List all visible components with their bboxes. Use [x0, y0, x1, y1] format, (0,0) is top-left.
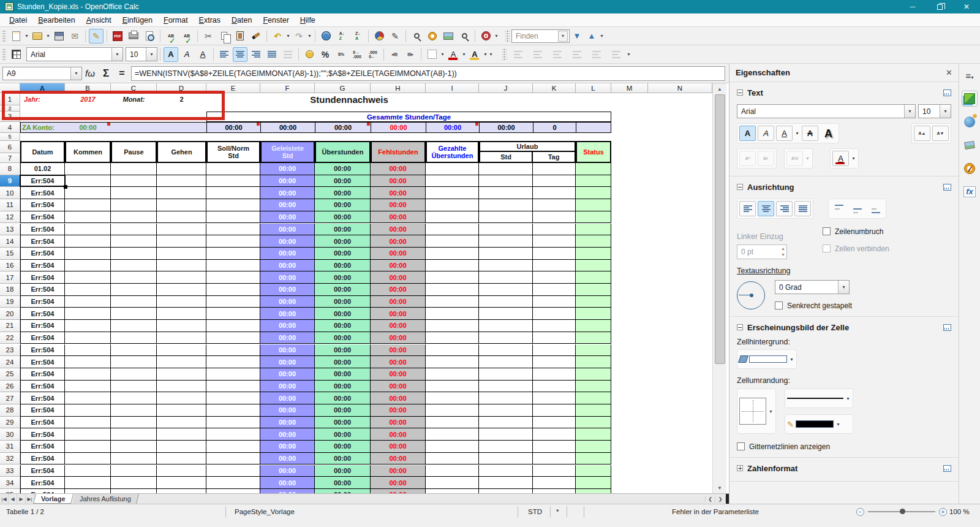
- cell-J27[interactable]: [479, 392, 533, 404]
- cell-D24[interactable]: [157, 356, 206, 368]
- sort-descending-icon[interactable]: Z↓A: [350, 29, 365, 44]
- line-style-dropdown-icon[interactable]: ▾: [845, 391, 851, 406]
- cell-L9[interactable]: [576, 175, 611, 188]
- column-header-L[interactable]: L: [576, 83, 611, 93]
- chart-icon[interactable]: [372, 29, 386, 44]
- cell-A29[interactable]: Err:504: [20, 417, 65, 429]
- cell-J35[interactable]: [479, 489, 533, 493]
- cell-B27[interactable]: [65, 392, 111, 404]
- cell-J31[interactable]: [479, 441, 533, 453]
- cell-A25[interactable]: Err:504: [20, 368, 65, 381]
- format-toolbar-overflow-icon[interactable]: ▾: [488, 47, 494, 62]
- cell-F8[interactable]: 00:00: [260, 163, 315, 175]
- column-header-N[interactable]: N: [648, 83, 712, 93]
- column-header-H[interactable]: H: [371, 83, 426, 93]
- cell-G28[interactable]: 00:00: [315, 404, 371, 417]
- cell-C9[interactable]: [111, 175, 157, 188]
- cell-J23[interactable]: [479, 344, 533, 357]
- find-next-icon[interactable]: ▼: [570, 29, 584, 44]
- row-header-10[interactable]: 10: [0, 187, 20, 199]
- cell-E10[interactable]: [206, 187, 260, 199]
- auto-spellcheck-icon[interactable]: AB: [179, 29, 194, 44]
- cell-G22[interactable]: 00:00: [315, 332, 371, 344]
- cell-E34[interactable]: [206, 477, 260, 489]
- cell-E14[interactable]: [206, 235, 260, 248]
- row-header-32[interactable]: 32: [0, 453, 20, 465]
- cell-D12[interactable]: [157, 211, 206, 224]
- row-header-6[interactable]: 6: [0, 141, 20, 153]
- cell-H10[interactable]: 00:00: [371, 187, 426, 199]
- row-header-30[interactable]: 30: [0, 428, 20, 441]
- cell-A32[interactable]: Err:504: [20, 453, 65, 465]
- cell-B21[interactable]: [65, 320, 111, 332]
- cell-A27[interactable]: Err:504: [20, 392, 65, 404]
- cut-icon[interactable]: ✂: [201, 29, 216, 44]
- cell-B30[interactable]: [65, 428, 111, 441]
- object-center-vertical-icon[interactable]: [589, 47, 604, 62]
- menu-item-einfgen[interactable]: Einfügen: [117, 15, 158, 26]
- header-urlaub-std[interactable]: Std: [479, 152, 533, 163]
- close-button[interactable]: ✕: [953, 0, 980, 13]
- export-pdf-icon[interactable]: PDF: [110, 29, 125, 44]
- page-style[interactable]: PageStyle_Vorlage: [235, 504, 295, 519]
- cell-K9[interactable]: [533, 175, 576, 188]
- cell-J10[interactable]: [479, 187, 533, 199]
- row-header-12[interactable]: 12: [0, 211, 20, 224]
- cell-G14[interactable]: 00:00: [315, 235, 371, 248]
- cell-B35[interactable]: [65, 489, 111, 493]
- cell-E27[interactable]: [206, 392, 260, 404]
- cell-C22[interactable]: [111, 332, 157, 344]
- menu-item-ansicht[interactable]: Ansicht: [81, 15, 117, 26]
- cell-A11[interactable]: Err:504: [20, 199, 65, 211]
- font-color-dropdown-icon[interactable]: ▾: [851, 151, 856, 165]
- cell-C29[interactable]: [111, 417, 157, 429]
- cell-J30[interactable]: [479, 428, 533, 441]
- cell-L21[interactable]: [576, 320, 611, 332]
- cell-J24[interactable]: [479, 356, 533, 368]
- cell-J28[interactable]: [479, 404, 533, 417]
- cell-F20[interactable]: 00:00: [260, 308, 315, 320]
- cell-A30[interactable]: Err:504: [20, 428, 65, 441]
- cell-G26[interactable]: 00:00: [315, 381, 371, 393]
- menu-item-hilfe[interactable]: Hilfe: [295, 15, 321, 26]
- cell-C24[interactable]: [111, 356, 157, 368]
- standard-format-icon[interactable]: $%: [334, 47, 349, 62]
- cell-B20[interactable]: [65, 308, 111, 320]
- menu-item-datei[interactable]: Datei: [4, 15, 32, 26]
- cell-E11[interactable]: [206, 199, 260, 211]
- row-header-23[interactable]: 23: [0, 344, 20, 357]
- cell-G30[interactable]: 00:00: [315, 428, 371, 441]
- cell-G21[interactable]: 00:00: [315, 320, 371, 332]
- cell-B11[interactable]: [65, 199, 111, 211]
- cell-I15[interactable]: [426, 248, 479, 260]
- cell-F21[interactable]: 00:00: [260, 320, 315, 332]
- cell-A12[interactable]: Err:504: [20, 211, 65, 224]
- sidebar-close-icon[interactable]: ✕: [946, 68, 952, 77]
- cell-L18[interactable]: [576, 284, 611, 296]
- column-header-M[interactable]: M: [611, 83, 648, 93]
- new-document-icon[interactable]: [9, 29, 23, 44]
- background-color-dropdown-icon[interactable]: ▾: [789, 352, 794, 366]
- cell-H8[interactable]: 00:00: [371, 163, 426, 175]
- cell-K23[interactable]: [533, 344, 576, 357]
- cell-C20[interactable]: [111, 308, 157, 320]
- cell-K12[interactable]: [533, 211, 576, 224]
- cell-I19[interactable]: [426, 296, 479, 308]
- header-datum[interactable]: Datum: [20, 141, 65, 163]
- align-bottom-icon[interactable]: [867, 201, 884, 216]
- sidebar-navigator-icon[interactable]: [962, 161, 978, 176]
- cell-D20[interactable]: [157, 308, 206, 320]
- cell-C32[interactable]: [111, 453, 157, 465]
- cell-C15[interactable]: [111, 248, 157, 260]
- cell-E17[interactable]: [206, 271, 260, 284]
- cell-E16[interactable]: [206, 260, 260, 272]
- character-spacing-icon[interactable]: A\V: [786, 151, 803, 166]
- cell-J14[interactable]: [479, 235, 533, 248]
- sidebar-font-size-combo[interactable]: 10▾: [918, 104, 951, 118]
- collapse-text-icon[interactable]: [737, 89, 743, 96]
- name-box[interactable]: A9 ▾: [2, 67, 82, 80]
- object-align-top-icon[interactable]: [570, 47, 584, 62]
- navigator-icon[interactable]: [425, 29, 440, 44]
- column-header-K[interactable]: K: [533, 83, 576, 93]
- cell-H18[interactable]: 00:00: [371, 284, 426, 296]
